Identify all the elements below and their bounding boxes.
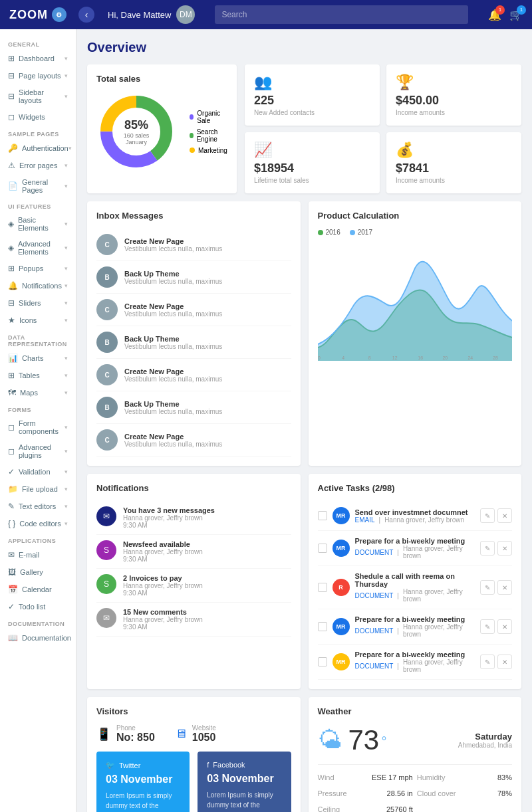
task-checkbox[interactable] [318,544,327,553]
task-separator: | [397,662,399,670]
sidebar-item-notifications[interactable]: 🔔 Notifications ▾ [0,277,76,294]
task-checkbox[interactable] [318,583,327,592]
inbox-item-sub: Vestibulum lectus nulla, maximus [124,310,222,318]
inbox-item[interactable]: C Create New Page Vestibulum lectus null… [96,359,291,391]
sidebar-item-error-pages[interactable]: ⚠ Error pages ▾ [0,157,76,174]
notification-item[interactable]: ✉ 15 New comments Hanna grover, Jeffry b… [96,603,291,637]
sidebar-item-page-layouts[interactable]: ⊟ Page layouts ▾ [0,67,76,84]
inbox-item[interactable]: C Create New Page Vestibulum lectus null… [96,424,291,457]
inbox-text-block: Create New Page Vestibulum lectus nulla,… [124,237,222,253]
task-checkbox[interactable] [318,657,327,666]
sidebar-item-icon: 📁 [8,484,18,494]
legend-dot-2017 [350,230,355,235]
inbox-card: Inbox Messages C Create New Page Vestibu… [87,201,301,466]
sidebar-item-tables[interactable]: ⊞ Tables ▾ [0,367,76,384]
legend-label-2016: 2016 [326,229,340,236]
task-delete-button[interactable]: ✕ [497,619,512,634]
inbox-item[interactable]: B Back Up Theme Vestibulum lectus nulla,… [96,326,291,359]
task-delete-button[interactable]: ✕ [497,580,512,595]
cart-button[interactable]: 🛒 1 [509,9,523,21]
chevron-icon: ▾ [65,300,68,306]
sidebar-item-gallery[interactable]: 🖼 Gallery [0,563,76,581]
sidebar-item-icon: ◈ [8,243,14,253]
svg-text:0: 0 [318,354,321,361]
notification-button[interactable]: 🔔 1 [488,9,501,21]
sidebar-item-label: Calendar [22,585,52,593]
task-actions: ✎ ✕ [480,655,512,669]
sidebar-item-form-components[interactable]: ◻ Form components ▾ [0,415,76,439]
sidebar-toggle-button[interactable]: ‹ [78,7,94,23]
weather-detail-value: ESE 17 mph [372,773,413,781]
notification-item[interactable]: S Newsfeed available Hanna grover, Jeffr… [96,535,291,569]
sidebar-item-todo-list[interactable]: ✓ Todo list [0,598,76,615]
task-checkbox[interactable] [318,622,327,631]
task-title: Prepare for a bi-weekly meeting [355,651,475,659]
sidebar-item-icon: ⊞ [8,371,15,380]
task-edit-button[interactable]: ✎ [480,541,495,556]
product-calc-card: Product Calculation 2016 2017 [309,201,522,466]
task-edit-button[interactable]: ✎ [480,580,495,595]
notification-item[interactable]: ✉ You have 3 new messages Hanna grover, … [96,501,291,535]
inbox-item[interactable]: C Create New Page Vestibulum lectus null… [96,229,291,261]
inbox-item-sub: Vestibulum lectus nulla, maximus [124,278,222,285]
sidebar-item-charts[interactable]: 📊 Charts ▾ [0,350,76,367]
task-type: DOCUMENT [355,549,394,556]
task-checkbox[interactable] [318,511,327,520]
notif-time: 9:30 AM [123,589,291,597]
sidebar-item-file-upload[interactable]: 📁 File upload ▾ [0,480,76,498]
task-edit-button[interactable]: ✎ [480,655,495,669]
legend-dot [190,148,195,153]
inbox-text-block: Create New Page Vestibulum lectus nulla,… [124,302,222,318]
sidebar-item-label: Popups [19,264,43,272]
logo-text: ZOOM [9,8,48,22]
sidebar-item-label: Authentication [22,144,68,152]
sidebar-item-widgets[interactable]: ◻ Widgets [0,108,76,126]
notification-item[interactable]: S 2 Invoices to pay Hanna grover, Jeffry… [96,569,291,603]
sidebar-item-left: ◻ Advanced plugins [8,443,65,459]
greeting-text: Hi, Dave Mattew [108,10,171,20]
sidebar-item-icons[interactable]: ★ Icons ▾ [0,312,76,329]
task-delete-button[interactable]: ✕ [497,655,512,669]
notif-text-block: Newsfeed available Hanna grover, Jeffry … [123,540,291,563]
task-item: MR Send over investmnet documnet EMAIL |… [318,501,513,531]
sidebar-item-popups[interactable]: ⊞ Popups ▾ [0,260,76,277]
search-input[interactable] [215,5,468,24]
sidebar-item-general-pages[interactable]: 📄 General Pages ▾ [0,174,76,198]
inbox-item[interactable]: B Back Up Theme Vestibulum lectus nulla,… [96,261,291,294]
sidebar-item-sliders[interactable]: ⊟ Sliders ▾ [0,294,76,312]
sidebar-item-left: 📊 Charts [8,354,43,363]
inbox-avatar: B [96,266,118,288]
sidebar-item-left: ✓ Validation [8,467,51,476]
inbox-item[interactable]: C Create New Page Vestibulum lectus null… [96,294,291,326]
inbox-item[interactable]: B Back Up Theme Vestibulum lectus nulla,… [96,391,291,424]
sidebar-item-text-editors[interactable]: ✎ Text editors ▾ [0,498,76,515]
website-value: 1050 [192,732,216,744]
task-actions: ✎ ✕ [480,541,512,556]
sidebar-item-sidebar-layouts[interactable]: ⊟ Sidebar layouts ▾ [0,84,76,108]
sidebar-item-calendar[interactable]: 📅 Calendar [0,581,76,598]
chevron-icon: ▾ [65,503,68,510]
notif-time: 9:30 AM [123,522,291,529]
chevron-icon: ▾ [65,245,68,251]
task-delete-button[interactable]: ✕ [497,541,512,556]
task-info: Shedule a call with reema on Thursday DO… [355,572,475,603]
sidebar-item-maps[interactable]: 🗺 Maps ▾ [0,384,76,401]
task-delete-button[interactable]: ✕ [497,508,512,523]
sidebar-item-documentation[interactable]: 📖 Documentation [0,629,76,647]
weather-day: Saturday [458,732,512,742]
task-info: Prepare for a bi-weekly meeting DOCUMENT… [355,537,475,559]
task-avatar: R [332,579,350,596]
sidebar-item-validation[interactable]: ✓ Validation ▾ [0,463,76,480]
task-item: R Shedule a call with reema on Thursday … [318,566,513,609]
sidebar-item-authentication[interactable]: 🔑 Authentication ▾ [0,140,76,157]
task-edit-button[interactable]: ✎ [480,508,495,523]
sidebar-item-dashboard[interactable]: ⊞ Dashboard ▾ [0,50,76,67]
sidebar-item-basic-elements[interactable]: ◈ Basic Elements ▾ [0,212,76,236]
chart-legend: 2016 2017 [318,229,513,236]
task-edit-button[interactable]: ✎ [480,619,495,634]
sidebar-item-advanced-elements[interactable]: ◈ Advanced Elements ▾ [0,236,76,260]
chevron-icon: ▾ [65,183,68,189]
sidebar-item-code-editors[interactable]: { } Code editors ▾ [0,515,76,532]
sidebar-item-e-mail[interactable]: ✉ E-mail [0,546,76,563]
sidebar-item-advanced-plugins[interactable]: ◻ Advanced plugins ▾ [0,439,76,463]
